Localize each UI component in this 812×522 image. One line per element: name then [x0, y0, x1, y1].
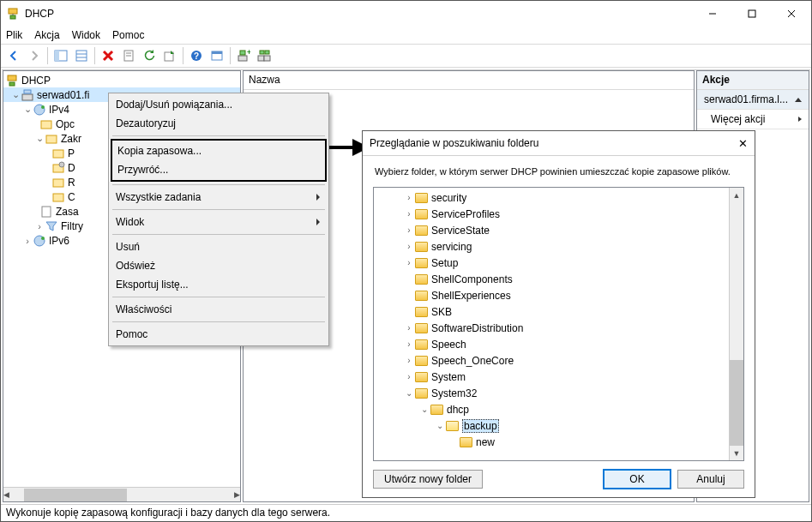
- close-button[interactable]: [772, 1, 811, 27]
- svg-rect-21: [212, 51, 222, 54]
- browse-folder-dialog: Przeglądanie w poszukiwaniu folderu ✕ Wy…: [362, 130, 755, 498]
- svg-rect-26: [264, 56, 270, 61]
- svg-rect-0: [9, 9, 17, 14]
- title-bar: DHCP: [1, 1, 811, 27]
- folder-shellcomponents[interactable]: ShellComponents: [374, 271, 743, 287]
- ctx-help[interactable]: Pomoc: [111, 325, 327, 344]
- folder-serviceprofiles[interactable]: ›ServiceProfiles: [374, 206, 743, 222]
- actions-server-item[interactable]: serwad01.firma.l...: [697, 90, 809, 110]
- help-button[interactable]: ?: [187, 46, 206, 65]
- svg-rect-25: [258, 56, 264, 61]
- folder-skb[interactable]: SKB: [374, 303, 743, 320]
- svg-text:?: ?: [194, 51, 199, 61]
- folder-speechonecore[interactable]: ›Speech_OneCore: [374, 352, 743, 369]
- server-add-button[interactable]: +: [234, 46, 253, 65]
- properties-button[interactable]: [119, 46, 138, 65]
- ctx-add-remove-bindings[interactable]: Dodaj/Usuń powiązania...: [111, 95, 327, 114]
- context-menu: Dodaj/Usuń powiązania... Dezautoryzuj Ko…: [108, 93, 329, 346]
- folder-servicestate[interactable]: ›ServiceState: [374, 222, 743, 238]
- ok-button[interactable]: OK: [604, 470, 671, 489]
- ctx-export-list[interactable]: Eksportuj listę...: [111, 275, 327, 294]
- folder-new[interactable]: new: [374, 434, 743, 450]
- folder-setup[interactable]: ›Setup: [374, 255, 743, 271]
- maximize-button[interactable]: [732, 1, 772, 27]
- folder-servicing[interactable]: ›servicing: [374, 238, 743, 255]
- folder-softwaredistribution[interactable]: ›SoftwareDistribution: [374, 320, 743, 336]
- svg-rect-35: [41, 121, 51, 129]
- folder-security[interactable]: ›security: [374, 189, 743, 206]
- delete-button[interactable]: [99, 46, 117, 65]
- menu-bar: Plik Akcja Widok Pomoc: [1, 27, 811, 44]
- folder-backup[interactable]: ⌄backup: [374, 417, 743, 434]
- dialog-close-button[interactable]: ✕: [738, 137, 748, 150]
- folder-shellexperiences[interactable]: ShellExperiences: [374, 287, 743, 303]
- window-button[interactable]: [208, 46, 226, 65]
- dialog-title: Przeglądanie w poszukiwaniu folderu: [370, 137, 538, 149]
- svg-rect-41: [53, 194, 63, 201]
- minimize-button[interactable]: [693, 1, 732, 27]
- svg-rect-1: [10, 15, 15, 19]
- svg-point-39: [59, 162, 64, 167]
- collapse-icon: [795, 98, 802, 102]
- folder-system[interactable]: ›System: [374, 369, 743, 385]
- forward-button[interactable]: [25, 46, 44, 65]
- svg-rect-32: [24, 90, 31, 93]
- ctx-properties[interactable]: Właściwości: [111, 300, 327, 319]
- svg-rect-27: [260, 51, 264, 54]
- ctx-restore[interactable]: Przywróć...: [112, 160, 325, 179]
- ctx-backup[interactable]: Kopia zapasowa...: [112, 141, 325, 160]
- window-title: DHCP: [25, 8, 693, 20]
- dialog-title-bar: Przeglądanie w poszukiwaniu folderu ✕: [363, 131, 755, 155]
- svg-point-44: [41, 237, 45, 240]
- svg-rect-37: [53, 150, 63, 158]
- show-hide-tree-button[interactable]: [51, 46, 70, 65]
- ctx-deauthorize[interactable]: Dezautoryzuj: [111, 114, 327, 133]
- menu-widok[interactable]: Widok: [72, 29, 100, 41]
- folder-dhcp[interactable]: ⌄dhcp: [374, 401, 743, 417]
- cancel-button[interactable]: Anuluj: [677, 470, 744, 489]
- server-list-button[interactable]: [255, 46, 274, 65]
- ctx-refresh[interactable]: Odśwież: [111, 256, 327, 275]
- folder-speech[interactable]: ›Speech: [374, 336, 743, 352]
- content-header-nazwa[interactable]: Nazwa: [244, 71, 694, 90]
- toolbar: ? +: [1, 44, 811, 68]
- svg-rect-40: [53, 179, 63, 187]
- svg-rect-36: [46, 135, 57, 143]
- options-button[interactable]: [72, 46, 91, 65]
- svg-rect-9: [76, 51, 87, 61]
- status-bar: Wykonuje kopię zapasową konfiguracji i b…: [1, 504, 811, 521]
- svg-text:+: +: [247, 49, 250, 57]
- refresh-button[interactable]: [140, 46, 159, 65]
- ctx-all-tasks[interactable]: Wszystkie zadania: [111, 188, 327, 207]
- actions-header: Akcje: [697, 71, 809, 90]
- svg-rect-30: [9, 82, 15, 86]
- svg-rect-42: [42, 207, 51, 217]
- svg-rect-31: [22, 94, 33, 100]
- ctx-delete[interactable]: Usuń: [111, 237, 327, 256]
- ctx-view[interactable]: Widok: [111, 213, 327, 231]
- menu-plik[interactable]: Plik: [6, 29, 22, 41]
- actions-more-item[interactable]: Więcej akcji: [697, 110, 809, 129]
- svg-rect-29: [8, 75, 16, 81]
- new-folder-button[interactable]: Utwórz nowy folder: [373, 470, 483, 489]
- svg-rect-4: [749, 10, 755, 17]
- svg-rect-28: [265, 51, 269, 54]
- chevron-right-icon: [798, 117, 802, 122]
- dialog-folder-tree[interactable]: ›security ›ServiceProfiles ›ServiceState…: [373, 187, 744, 461]
- menu-pomoc[interactable]: Pomoc: [112, 29, 144, 41]
- dialog-vscrollbar[interactable]: ▲ ▼: [729, 188, 743, 460]
- export-button[interactable]: [160, 46, 179, 65]
- tree-root-dhcp[interactable]: DHCP: [3, 73, 240, 87]
- svg-rect-23: [240, 51, 245, 55]
- menu-akcja[interactable]: Akcja: [34, 29, 59, 41]
- tree-hscrollbar[interactable]: ◀ ▶: [3, 487, 240, 501]
- back-button[interactable]: [4, 46, 23, 65]
- folder-system32[interactable]: ⌄System32: [374, 385, 743, 401]
- svg-rect-8: [55, 51, 59, 61]
- svg-point-34: [41, 105, 45, 109]
- dialog-instruction: Wybierz folder, w którym serwer DHCP pow…: [363, 156, 755, 187]
- dhcp-app-icon: [6, 7, 20, 21]
- svg-rect-22: [238, 56, 247, 61]
